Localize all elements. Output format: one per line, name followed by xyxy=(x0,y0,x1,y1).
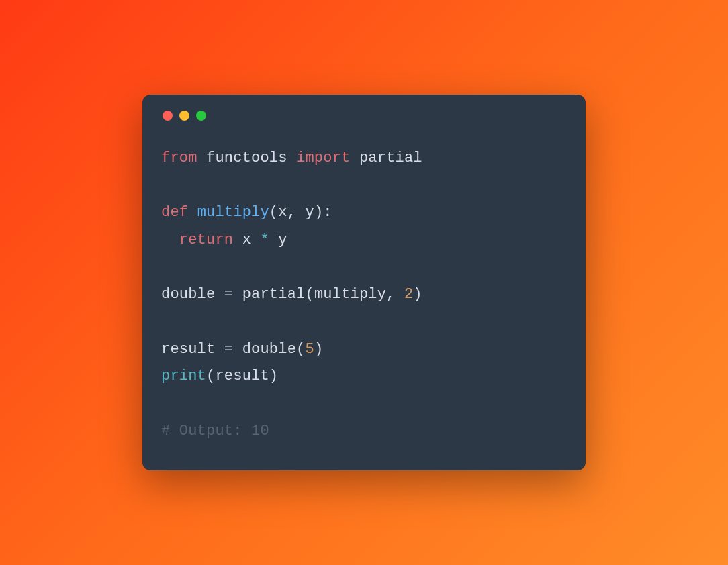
maximize-icon[interactable] xyxy=(196,111,206,121)
var-double: double xyxy=(161,286,215,303)
paren-close: ) xyxy=(269,368,278,384)
arg-multiply: multiply xyxy=(314,286,386,303)
number-5: 5 xyxy=(305,341,314,358)
comma: , xyxy=(287,204,306,221)
paren-open: ( xyxy=(206,368,215,384)
paren-open: ( xyxy=(269,204,278,221)
param-y: y xyxy=(305,204,314,221)
call-double: double xyxy=(242,341,296,358)
arg-result: result xyxy=(215,368,269,384)
paren-open: ( xyxy=(296,341,305,358)
keyword-def: def xyxy=(161,204,188,221)
comma: , xyxy=(386,286,404,303)
keyword-return: return xyxy=(179,232,233,248)
comment-output: # Output: 10 xyxy=(161,423,269,440)
equals: = xyxy=(215,341,242,358)
paren-close: ) xyxy=(314,341,323,358)
call-print: print xyxy=(161,368,206,384)
number-2: 2 xyxy=(404,286,413,303)
function-name: multiply xyxy=(197,204,269,221)
traffic-lights xyxy=(163,111,567,121)
var-result: result xyxy=(161,341,215,358)
minimize-icon[interactable] xyxy=(179,111,189,121)
module-name: functools xyxy=(206,150,287,166)
operator-mul: * xyxy=(260,232,269,248)
equals: = xyxy=(215,286,242,303)
paren-close-colon: ): xyxy=(314,204,332,221)
keyword-import: import xyxy=(296,150,350,166)
close-icon[interactable] xyxy=(163,111,173,121)
paren-open: ( xyxy=(305,286,314,303)
keyword-from: from xyxy=(161,150,197,166)
import-name: partial xyxy=(359,150,422,166)
call-partial: partial xyxy=(242,286,306,303)
var-x: x xyxy=(242,232,251,248)
code-window: from functools import partial def multip… xyxy=(142,95,586,471)
param-x: x xyxy=(278,204,287,221)
code-block: from functools import partial def multip… xyxy=(161,145,567,446)
paren-close: ) xyxy=(413,286,422,303)
var-y: y xyxy=(278,232,287,248)
indent xyxy=(161,232,179,248)
